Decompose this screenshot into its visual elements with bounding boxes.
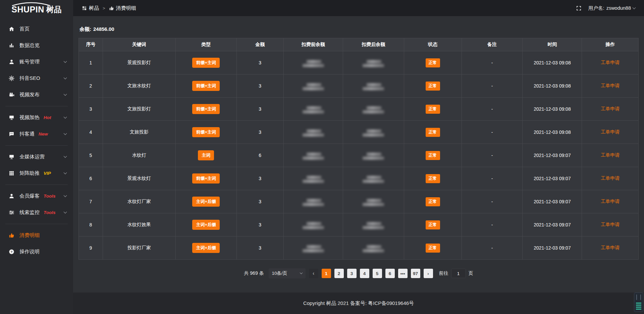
type-badge: 主词+后缀 — [192, 197, 220, 207]
page-size-select[interactable]: 10条/页 — [269, 268, 306, 278]
cell-time: 2021-12-03 09:08 — [523, 74, 582, 98]
cell-status: 正常 — [404, 144, 462, 167]
work-order-link[interactable]: 工单申请 — [601, 222, 620, 227]
work-order-link[interactable]: 工单申请 — [601, 152, 620, 158]
masked-value — [363, 129, 384, 137]
column-header: 类型 — [175, 38, 236, 51]
fullscreen-icon[interactable] — [576, 5, 582, 11]
chevron-down-icon — [64, 115, 67, 119]
chevron-down-icon — [300, 271, 302, 274]
question-icon: ? — [9, 249, 14, 255]
column-header: 关键词 — [103, 38, 175, 51]
type-badge: 主词+后缀 — [192, 243, 220, 253]
goto-page-input[interactable] — [451, 269, 466, 278]
cell-status: 正常 — [404, 51, 462, 74]
sidebar-item-label: 视频发布 — [19, 92, 40, 98]
work-order-link[interactable]: 工单申请 — [601, 106, 620, 111]
sidebar-item-account-management[interactable]: 账号管理 — [0, 54, 73, 70]
cell-keyword: 投影灯厂家 — [103, 237, 175, 260]
cell-balance-before — [283, 74, 343, 98]
logo[interactable]: SHUPIN 树品 — [0, 0, 73, 16]
breadcrumb: 树品>消费明细 — [82, 5, 136, 11]
floating-widget[interactable] — [634, 293, 643, 312]
column-header: 扣费后余额 — [343, 38, 404, 51]
sidebar-item-label: 操作说明 — [19, 249, 40, 255]
sidebar-item-matrix-boost[interactable]: 矩阵助推VIP — [0, 165, 73, 181]
cell-keyword: 水纹灯效果 — [103, 213, 175, 237]
cell-balance-after — [343, 121, 404, 144]
next-page-button[interactable]: › — [424, 269, 433, 278]
cell-status: 正常 — [404, 121, 462, 144]
breadcrumb-item[interactable]: 树品 — [82, 5, 99, 11]
prev-page-button[interactable]: ‹ — [309, 269, 318, 278]
thumb-icon — [109, 6, 114, 11]
cell-status: 正常 — [404, 74, 462, 98]
cell-action: 工单申请 — [582, 237, 639, 260]
page-button-3[interactable]: 3 — [347, 269, 357, 278]
work-order-link[interactable]: 工单申请 — [601, 245, 620, 250]
sidebar-item-data-overview[interactable]: 数据总览 — [0, 37, 73, 54]
work-order-link[interactable]: 工单申请 — [601, 83, 620, 88]
page-button-5[interactable]: 5 — [373, 269, 382, 278]
cell-time: 2021-12-03 09:07 — [523, 144, 582, 167]
status-badge: 正常 — [426, 128, 440, 137]
sidebar-item-all-media-operation[interactable]: 全媒体运营 — [0, 149, 73, 165]
masked-value — [363, 60, 384, 67]
type-badge: 前缀+主词 — [192, 81, 220, 91]
cell-time: 2021-12-03 09:07 — [523, 213, 582, 237]
sliders-icon — [9, 210, 14, 215]
user-menu[interactable]: 用户名:zswodun88 — [588, 5, 635, 11]
sidebar-item-label: 会员爆客 — [19, 193, 40, 199]
breadcrumb-item[interactable]: 消费明细 — [109, 5, 136, 11]
cell-index: 4 — [79, 121, 103, 144]
cell-index: 6 — [79, 167, 103, 190]
column-header: 金额 — [236, 38, 283, 51]
cell-amount: 3 — [236, 190, 283, 213]
cell-keyword: 水纹灯 — [103, 144, 175, 167]
sidebar-item-member-baoke[interactable]: 会员爆客Tools — [0, 188, 73, 204]
cell-keyword: 景观水纹灯 — [103, 167, 175, 190]
masked-value — [303, 60, 324, 67]
logo-text-cn: 树品 — [46, 5, 62, 13]
sidebar-item-lead-monitoring[interactable]: 线索监控Tools — [0, 204, 73, 221]
sidebar-item-douyin-seo[interactable]: 抖音SEO — [0, 70, 73, 87]
table-row: 7水纹灯厂家主词+后缀3正常-2021-12-03 09:07工单申请 — [79, 190, 639, 213]
chevron-down-icon — [64, 93, 67, 96]
page-ellipsis-button[interactable]: ••• — [398, 269, 408, 278]
page-button-4[interactable]: 4 — [360, 269, 369, 278]
sidebar-item-label: 全媒体运营 — [19, 154, 45, 160]
page-button-2[interactable]: 2 — [334, 269, 344, 278]
cell-time: 2021-12-03 09:07 — [523, 167, 582, 190]
sidebar-item-video-publish[interactable]: 视频发布 — [0, 87, 73, 103]
cell-note: - — [462, 74, 523, 98]
cell-time: 2021-12-03 09:07 — [523, 190, 582, 213]
page-button-1[interactable]: 1 — [322, 269, 331, 278]
work-order-link[interactable]: 工单申请 — [601, 60, 620, 65]
cell-status: 正常 — [404, 98, 462, 121]
table-row: 2文旅水纹灯前缀+主词3正常-2021-12-03 09:08工单申请 — [79, 74, 639, 98]
cell-note: - — [462, 144, 523, 167]
page-button-97[interactable]: 97 — [411, 269, 420, 278]
total-count: 共 969 条 — [244, 270, 264, 276]
sidebar-item-home[interactable]: 首页 — [0, 21, 73, 37]
work-order-link[interactable]: 工单申请 — [601, 129, 620, 135]
page-button-6[interactable]: 6 — [385, 269, 395, 278]
cell-balance-before — [283, 237, 343, 260]
goto-label: 前往 — [439, 270, 448, 276]
work-order-link[interactable]: 工单申请 — [601, 199, 620, 204]
grid-icon — [9, 170, 14, 176]
work-order-link[interactable]: 工单申请 — [601, 175, 620, 181]
sidebar-item-instructions[interactable]: ?操作说明 — [0, 244, 73, 260]
sidebar-item-consumption-details[interactable]: 消费明细 — [0, 227, 73, 244]
cell-balance-before — [283, 98, 343, 121]
cell-balance-after — [343, 237, 404, 260]
cell-type: 主词+后缀 — [175, 190, 236, 213]
masked-value — [303, 106, 324, 113]
cell-action: 工单申请 — [582, 167, 639, 190]
masked-value — [363, 199, 384, 206]
type-badge: 主词+后缀 — [192, 220, 220, 230]
cell-amount: 3 — [236, 98, 283, 121]
screen-icon — [9, 115, 14, 120]
sidebar-item-douketong[interactable]: 抖客通New — [0, 126, 73, 142]
sidebar-item-video-heating[interactable]: 视频加热Hot — [0, 109, 73, 126]
